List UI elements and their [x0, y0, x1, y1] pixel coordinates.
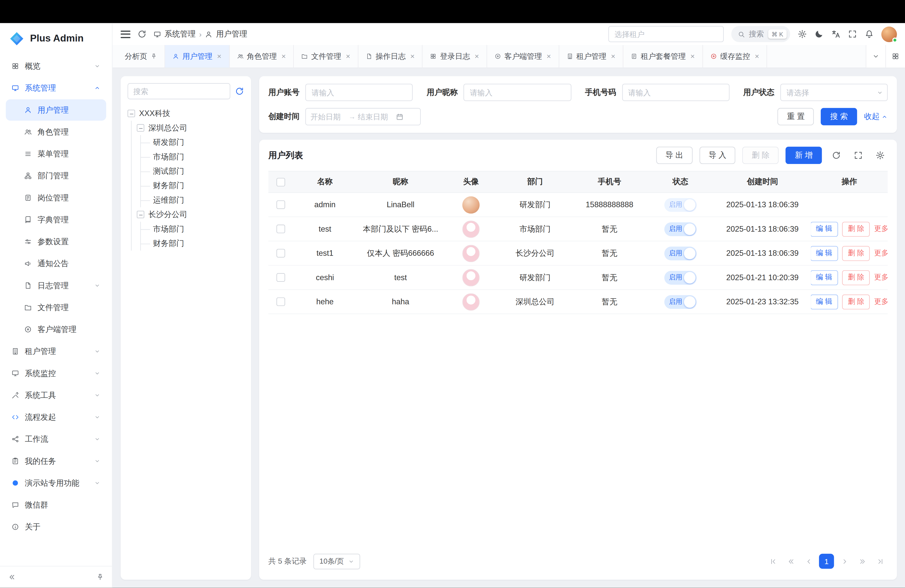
close-icon[interactable]: ×: [410, 52, 414, 60]
pin-sidebar-icon[interactable]: [96, 574, 104, 581]
row-checkbox[interactable]: [276, 200, 285, 209]
sidebar-item-system-monitor[interactable]: 系统监控: [6, 363, 106, 384]
tab-operation-log[interactable]: 操作日志 ×: [358, 45, 422, 68]
sidebar-item-demo-features[interactable]: 演示站专用功能: [6, 472, 106, 494]
tree-node-leaf[interactable]: 运维部门: [146, 193, 244, 207]
pin-icon[interactable]: [151, 53, 157, 59]
sidebar-item-menu-management[interactable]: 菜单管理: [6, 143, 106, 164]
collapse-sidebar-icon[interactable]: [8, 574, 16, 581]
close-icon[interactable]: ×: [690, 52, 695, 60]
hamburger-menu-icon[interactable]: [121, 30, 130, 38]
delete-row-button[interactable]: 删 除: [842, 270, 870, 285]
tree-node-leaf[interactable]: 研发部门: [146, 135, 244, 149]
sidebar-item-my-tasks[interactable]: 我的任务: [6, 450, 106, 472]
collapse-filters-link[interactable]: 收起: [864, 111, 888, 122]
sidebar-item-dict-management[interactable]: 字典管理: [6, 209, 106, 230]
status-toggle[interactable]: 启用: [664, 222, 697, 236]
tree-node-leaf[interactable]: 市场部门: [146, 222, 244, 236]
sidebar-item-tenant-management[interactable]: 租户管理: [6, 341, 106, 362]
row-checkbox[interactable]: [276, 224, 285, 233]
edit-button[interactable]: 编 辑: [811, 270, 838, 285]
add-button[interactable]: 新 增: [786, 147, 822, 164]
delete-row-button[interactable]: 删 除: [842, 221, 870, 237]
sidebar-item-role-management[interactable]: 角色管理: [6, 121, 106, 143]
global-search[interactable]: 搜索 ⌘ K: [731, 26, 790, 42]
tab-analysis[interactable]: 分析页: [117, 45, 165, 68]
first-page-icon[interactable]: [765, 554, 780, 569]
delete-button[interactable]: 删 除: [743, 147, 779, 164]
end-date-input[interactable]: [358, 113, 394, 121]
tree-collapse-icon[interactable]: [137, 124, 144, 132]
edit-button[interactable]: 编 辑: [811, 221, 838, 237]
tab-client-management[interactable]: 客户端管理 ×: [487, 45, 559, 68]
sidebar-item-file-management[interactable]: 文件管理: [6, 297, 106, 318]
tree-node-root[interactable]: XXX科技: [127, 106, 244, 121]
status-toggle[interactable]: 启用: [664, 271, 697, 284]
sidebar-item-process-start[interactable]: 流程发起: [6, 407, 106, 428]
tab-cache-monitor[interactable]: 缓存监控 ×: [703, 45, 767, 68]
created-date-range[interactable]: →: [305, 108, 421, 125]
close-icon[interactable]: ×: [475, 52, 479, 60]
prev-page-icon[interactable]: [801, 554, 816, 569]
row-checkbox[interactable]: [276, 249, 285, 257]
page-size-select[interactable]: 10条/页: [314, 553, 360, 569]
tab-list-chevron-icon[interactable]: [866, 45, 885, 68]
row-checkbox[interactable]: [276, 273, 285, 282]
status-toggle[interactable]: 启用: [664, 246, 697, 260]
close-icon[interactable]: ×: [217, 52, 221, 60]
edit-button[interactable]: 编 辑: [811, 246, 838, 261]
language-icon[interactable]: [831, 29, 840, 39]
page-number[interactable]: 1: [819, 554, 834, 569]
tab-role-management[interactable]: 角色管理 ×: [230, 45, 294, 68]
more-link[interactable]: 更多: [874, 248, 888, 258]
row-checkbox[interactable]: [276, 297, 285, 306]
sidebar-item-system-management[interactable]: 系统管理: [6, 78, 106, 99]
tab-layout-icon[interactable]: [885, 45, 905, 68]
refresh-page-icon[interactable]: [137, 29, 146, 39]
search-button[interactable]: 搜 索: [821, 108, 857, 125]
sidebar-item-about[interactable]: 关于: [6, 516, 106, 538]
tree-node-leaf[interactable]: 财务部门: [146, 236, 244, 251]
more-link[interactable]: 更多: [874, 297, 888, 307]
tenant-select-input[interactable]: [608, 26, 724, 42]
reset-button[interactable]: 重 置: [778, 108, 814, 125]
fullscreen-icon[interactable]: [848, 29, 857, 39]
brand-logo[interactable]: Plus Admin: [0, 23, 112, 54]
close-icon[interactable]: ×: [281, 52, 286, 60]
import-button[interactable]: 导 入: [699, 147, 735, 164]
status-select[interactable]: [780, 84, 888, 101]
sidebar-item-workflow[interactable]: 工作流: [6, 429, 106, 450]
nickname-input[interactable]: [464, 84, 571, 101]
more-link[interactable]: 更多: [874, 273, 888, 283]
tree-collapse-icon[interactable]: [137, 211, 144, 218]
user-avatar[interactable]: [881, 26, 897, 42]
status-toggle[interactable]: 启用: [664, 198, 697, 211]
tree-node-leaf[interactable]: 财务部门: [146, 178, 244, 193]
tab-file-management[interactable]: 文件管理 ×: [294, 45, 358, 68]
sidebar-item-notice[interactable]: 通知公告: [6, 253, 106, 274]
delete-row-button[interactable]: 删 除: [842, 294, 870, 309]
export-button[interactable]: 导 出: [656, 147, 692, 164]
refresh-table-icon[interactable]: [829, 148, 844, 163]
tree-node-branch[interactable]: 长沙分公司: [137, 207, 244, 222]
sidebar-item-client-management[interactable]: 客户端管理: [6, 319, 106, 340]
settings-gear-icon[interactable]: [798, 29, 807, 39]
tree-collapse-icon[interactable]: [127, 110, 135, 117]
next-page-icon[interactable]: [837, 554, 852, 569]
prev-jump-icon[interactable]: [783, 554, 799, 569]
close-icon[interactable]: ×: [611, 52, 615, 60]
breadcrumb-item[interactable]: 系统管理: [164, 29, 195, 39]
sidebar-item-wechat-group[interactable]: 微信群: [6, 494, 106, 516]
sidebar-item-log-management[interactable]: 日志管理: [6, 275, 106, 296]
next-jump-icon[interactable]: [855, 554, 870, 569]
sidebar-item-user-management[interactable]: 用户管理: [6, 99, 106, 121]
notification-bell-icon[interactable]: [865, 29, 874, 39]
phone-input[interactable]: [622, 84, 730, 101]
sidebar-item-post-management[interactable]: 岗位管理: [6, 187, 106, 208]
account-input[interactable]: [305, 84, 413, 101]
tree-node-leaf[interactable]: 市场部门: [146, 149, 244, 164]
tab-tenant-package-management[interactable]: 租户套餐管理 ×: [624, 45, 703, 68]
start-date-input[interactable]: [310, 113, 346, 121]
tree-node-branch[interactable]: 深圳总公司: [137, 121, 244, 135]
close-icon[interactable]: ×: [546, 52, 551, 60]
